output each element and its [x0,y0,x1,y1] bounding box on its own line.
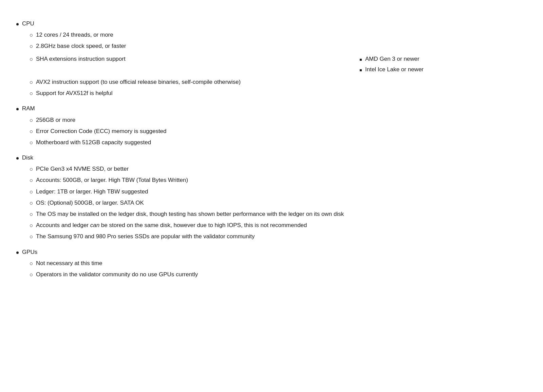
list-item-text: Accounts: 500GB, or larger. High TBW (To… [36,175,424,185]
list-item: 2.8GHz base clock speed, or faster [30,41,424,51]
list-item-text: Operators in the validator community do … [36,270,424,279]
circle-bullet-icon [30,191,33,193]
bullet-dot-icon [16,251,19,254]
section-disk: DiskPCIe Gen3 x4 NVME SSD, or betterAcco… [16,153,424,241]
list-item-text: 256GB or more [36,115,424,125]
circle-bullet-icon [30,202,33,205]
circle-bullet-icon [30,213,33,216]
content-area: CPU12 cores / 24 threads, or more2.8GHz … [16,11,424,293]
list-item-text: AMD Gen 3 or newer [365,54,424,63]
list-item-text: Intel Ice Lake or newer [365,65,424,74]
circle-bullet-icon [30,81,33,84]
main-list: CPU12 cores / 24 threads, or more2.8GHz … [16,19,424,279]
section-disk-children: PCIe Gen3 x4 NVME SSD, or betterAccounts… [16,164,424,241]
list-item-text: Not necessary at this time [36,259,424,268]
circle-bullet-icon [30,58,33,61]
section-gpus: GPUsNot necessary at this timeOperators … [16,247,424,279]
list-item-text: Ledger: 1TB or larger. High TBW suggeste… [36,187,424,196]
section-gpus-title: GPUs [22,247,37,257]
circle-bullet-icon [30,274,33,276]
list-item-text: PCIe Gen3 x4 NVME SSD, or better [36,164,424,173]
section-cpu-label: CPU [16,19,424,28]
list-item: 256GB or more [30,115,424,125]
section-ram-children: 256GB or moreError Correction Code (ECC)… [16,115,424,147]
list-item: AVX2 instruction support (to use officia… [30,77,424,87]
list-item: Support for AVX512f is helpful [30,89,424,98]
list-item-text: Support for AVX512f is helpful [36,89,424,98]
list-item: Accounts: 500GB, or larger. High TBW (To… [30,175,424,185]
list-item-text: Motherboard with 512GB capacity suggeste… [36,138,424,147]
list-item-text: AVX2 instruction support (to use officia… [36,77,424,87]
section-cpu-children: 12 cores / 24 threads, or more2.8GHz bas… [16,30,424,98]
list-item: Accounts and ledger can be stored on the… [30,221,424,230]
list-item: The OS may be installed on the ledger di… [30,209,424,219]
circle-bullet-icon [30,92,33,95]
list-item: Error Correction Code (ECC) memory is su… [30,127,424,136]
circle-bullet-icon [30,224,33,227]
list-item-text: Error Correction Code (ECC) memory is su… [36,127,424,136]
section-ram: RAM256GB or moreError Correction Code (E… [16,104,424,147]
bullet-dot-icon [16,157,19,160]
section-ram-label: RAM [16,104,424,113]
list-item-text: The OS may be installed on the ledger di… [36,209,424,219]
list-item: SHA extensions instruction supportAMD Ge… [30,53,424,75]
third-level-list: AMD Gen 3 or newerIntel Ice Lake or newe… [345,54,424,75]
list-item-text: The Samsung 970 and 980 Pro series SSDs … [36,232,424,241]
circle-bullet-icon [30,236,33,238]
circle-bullet-icon [30,34,33,37]
circle-bullet-icon [30,119,33,122]
square-bullet-icon [360,69,362,71]
circle-bullet-icon [30,142,33,144]
section-cpu: CPU12 cores / 24 threads, or more2.8GHz … [16,19,424,98]
list-item-text: 2.8GHz base clock speed, or faster [36,41,424,51]
section-ram-title: RAM [22,104,35,113]
list-item: Motherboard with 512GB capacity suggeste… [30,138,424,147]
section-gpus-label: GPUs [16,247,424,257]
list-item-text: OS: (Optional) 500GB, or larger. SATA OK [36,198,424,207]
list-item: Intel Ice Lake or newer [360,65,424,74]
list-item: 12 cores / 24 threads, or more [30,30,424,39]
list-item: OS: (Optional) 500GB, or larger. SATA OK [30,198,424,207]
circle-bullet-icon [30,168,33,171]
section-gpus-children: Not necessary at this timeOperators in t… [16,259,424,279]
list-item: Ledger: 1TB or larger. High TBW suggeste… [30,187,424,196]
circle-bullet-icon [30,45,33,48]
circle-bullet-icon [30,262,33,265]
list-item-text: Accounts and ledger can be stored on the… [36,221,424,230]
list-item: PCIe Gen3 x4 NVME SSD, or better [30,164,424,173]
bullet-dot-icon [16,108,19,110]
list-item: Not necessary at this time [30,259,424,268]
list-item: AMD Gen 3 or newer [360,54,424,63]
list-item-text: SHA extensions instruction support [36,54,341,63]
bullet-dot-icon [16,23,19,25]
section-cpu-title: CPU [22,19,34,28]
list-item-text: 12 cores / 24 threads, or more [36,30,424,39]
section-disk-title: Disk [22,153,33,162]
section-disk-label: Disk [16,153,424,162]
list-item: Operators in the validator community do … [30,270,424,279]
circle-bullet-icon [30,130,33,133]
list-item: The Samsung 970 and 980 Pro series SSDs … [30,232,424,241]
square-bullet-icon [360,59,362,61]
circle-bullet-icon [30,179,33,182]
